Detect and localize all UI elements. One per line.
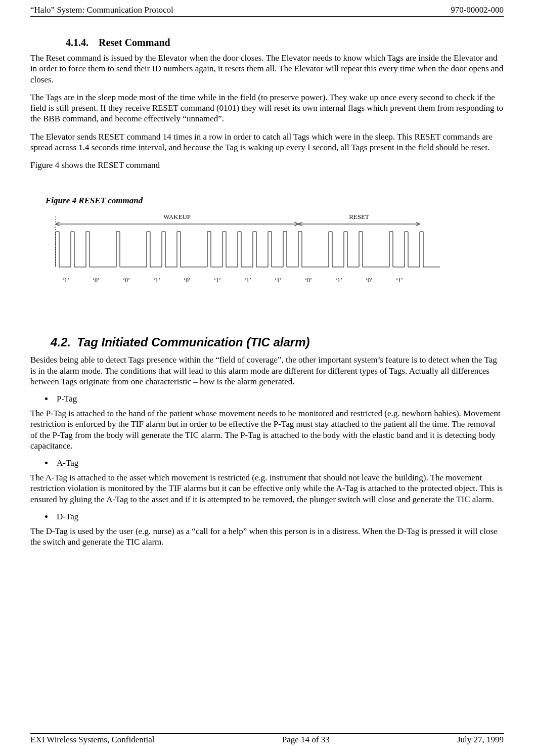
- para-414-2: The Tags are in the sleep mode most of t…: [30, 92, 504, 124]
- para-atag: The A-Tag is attached to the asset which…: [30, 472, 504, 505]
- bullet-dtag: D-Tag: [54, 512, 504, 522]
- svg-text:‘0’: ‘0’: [305, 277, 312, 284]
- para-414-4: Figure 4 shows the RESET command: [30, 160, 504, 170]
- bullet-list-ptag: P-Tag: [30, 394, 504, 404]
- heading-4-2: 4.2. Tag Initiated Communication (TIC al…: [51, 335, 504, 349]
- svg-text:‘1’: ‘1’: [214, 277, 221, 284]
- header-left: “Halo” System: Communication Protocol: [30, 5, 173, 15]
- figure-4-caption: Figure 4 RESET command: [46, 196, 504, 206]
- footer-left: EXI Wireless Systems, Confidential: [30, 735, 154, 745]
- figure-4-diagram: WAKEUPRESET‘1’‘0’‘0’‘1’‘0’‘1’‘1’‘1’‘0’‘1…: [51, 209, 504, 300]
- svg-text:‘1’: ‘1’: [62, 277, 69, 284]
- bullet-ptag: P-Tag: [54, 394, 504, 404]
- svg-text:WAKEUP: WAKEUP: [163, 213, 191, 220]
- svg-text:‘1’: ‘1’: [396, 277, 403, 284]
- para-dtag: The D-Tag is used by the user (e.g. nurs…: [30, 526, 504, 548]
- svg-text:‘1’: ‘1’: [335, 277, 342, 284]
- footer-center: Page 14 of 33: [282, 735, 330, 745]
- header-right: 970-00002-000: [451, 5, 504, 15]
- svg-text:‘0’: ‘0’: [93, 277, 100, 284]
- page-footer: EXI Wireless Systems, Confidential Page …: [30, 733, 504, 745]
- para-414-1: The Reset command is issued by the Eleva…: [30, 53, 504, 85]
- bullet-atag: A-Tag: [54, 458, 504, 468]
- bullet-list-atag: A-Tag: [30, 458, 504, 468]
- svg-text:‘0’: ‘0’: [184, 277, 191, 284]
- page-header: “Halo” System: Communication Protocol 97…: [30, 0, 504, 17]
- svg-text:‘1’: ‘1’: [153, 277, 160, 284]
- svg-text:RESET: RESET: [349, 213, 369, 220]
- bullet-list-dtag: D-Tag: [30, 512, 504, 522]
- svg-text:‘1’: ‘1’: [244, 277, 251, 284]
- para-414-3: The Elevator sends RESET command 14 time…: [30, 131, 504, 153]
- footer-right: July 27, 1999: [457, 735, 504, 745]
- para-42-intro: Besides being able to detect Tags presen…: [30, 354, 504, 387]
- para-ptag: The P-Tag is attached to the hand of the…: [30, 408, 504, 451]
- svg-text:‘0’: ‘0’: [366, 277, 373, 284]
- svg-text:‘0’: ‘0’: [123, 277, 130, 284]
- heading-4-1-4: 4.1.4. Reset Command: [66, 37, 504, 49]
- svg-text:‘1’: ‘1’: [275, 277, 282, 284]
